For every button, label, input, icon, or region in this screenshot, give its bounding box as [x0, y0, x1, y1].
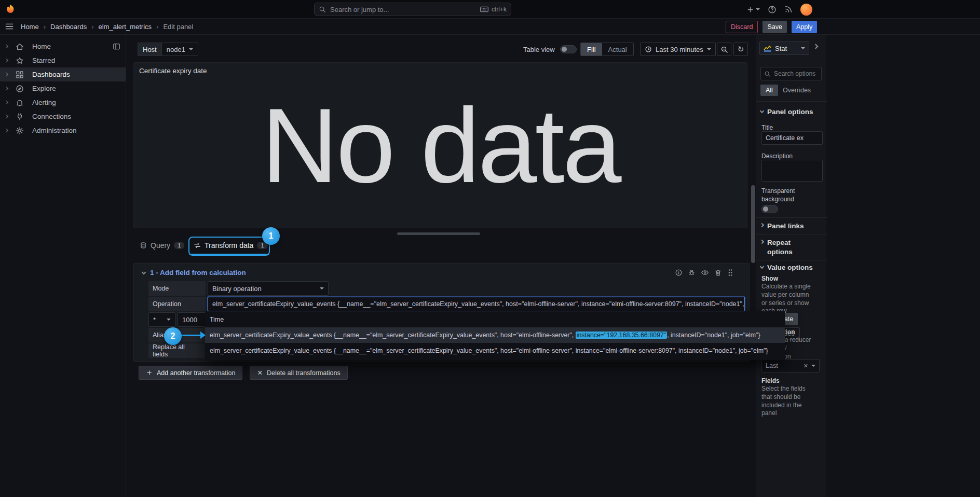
- save-button[interactable]: Save: [763, 21, 787, 33]
- fill-option[interactable]: Fill: [581, 43, 602, 56]
- variable-value-dropdown[interactable]: node1: [161, 43, 198, 56]
- user-avatar[interactable]: [800, 4, 812, 16]
- panel-description-textarea[interactable]: [761, 160, 823, 182]
- mode-select[interactable]: Binary operation: [208, 281, 329, 296]
- visualization-picker[interactable]: Stat: [759, 42, 809, 55]
- hamburger-icon: [5, 23, 13, 30]
- divider: [756, 260, 827, 260]
- trash-icon[interactable]: [714, 269, 722, 277]
- news-icon: [784, 5, 793, 13]
- tab-all[interactable]: All: [760, 85, 778, 96]
- top-nav-actions: [746, 3, 812, 16]
- help-icon: [768, 5, 777, 14]
- refresh-button[interactable]: ↻: [733, 43, 748, 56]
- drag-handle-icon[interactable]: [727, 269, 733, 277]
- top-nav: Search or jump to... ctrl+k: [0, 0, 980, 19]
- annotation-arrowhead-icon: [200, 332, 206, 339]
- options-search-input[interactable]: Search options: [760, 67, 822, 80]
- sidebar-item-label: Starred: [32, 57, 55, 64]
- tab-query[interactable]: Query 1: [140, 236, 184, 255]
- grafana-logo-icon[interactable]: [5, 4, 16, 15]
- replace-all-fields-label: Replace all fields: [148, 343, 206, 358]
- query-count-badge: 1: [174, 242, 184, 249]
- title-label: Title: [761, 124, 773, 131]
- panel-title-input[interactable]: Certificate ex: [761, 131, 823, 145]
- chevron-right-icon: [5, 59, 8, 62]
- home-icon: [16, 43, 24, 51]
- calculation-select[interactable]: Last ✕: [761, 359, 820, 372]
- section-panel-links[interactable]: Panel links: [760, 222, 804, 231]
- operator-select[interactable]: *: [148, 312, 175, 327]
- info-icon[interactable]: [675, 269, 683, 277]
- divider: [756, 217, 827, 218]
- sidebar-item-connections[interactable]: Connections: [0, 109, 126, 123]
- operation-operand-combobox[interactable]: elm_server_certificateExpiry_value_event…: [208, 297, 745, 311]
- chevron-down-icon: [760, 109, 764, 113]
- menu-toggle-button[interactable]: [5, 23, 13, 30]
- options-filter-tabs: All Overrides: [760, 85, 811, 96]
- search-placeholder: Search or jump to...: [330, 6, 476, 13]
- collapse-chevron-icon: [142, 270, 146, 274]
- dock-menu-icon[interactable]: [113, 43, 120, 50]
- transformation-header[interactable]: 1 - Add field from calculation: [134, 264, 749, 281]
- option-series-1[interactable]: elm_server_certificateExpiry_value_event…: [205, 327, 785, 343]
- toggle-knob: [763, 206, 768, 212]
- plus-icon: [146, 369, 153, 376]
- actual-option[interactable]: Actual: [602, 43, 633, 56]
- option-time[interactable]: Time: [205, 312, 785, 327]
- divider: [756, 101, 827, 102]
- collapse-pane-icon[interactable]: [813, 44, 819, 49]
- option-series-2[interactable]: elm_server_certificateExpiry_value_event…: [205, 343, 785, 358]
- variable-label: Host: [138, 43, 161, 56]
- chevron-down-icon: [167, 319, 171, 321]
- no-data-message: No data: [134, 63, 747, 228]
- sidebar-item-home[interactable]: Home: [0, 39, 126, 53]
- transparent-background-label: Transparent background: [761, 187, 814, 204]
- star-icon: [16, 57, 24, 65]
- add-transformation-button[interactable]: Add another transformation: [139, 366, 242, 380]
- sidebar-item-explore[interactable]: Explore: [0, 81, 126, 95]
- search-icon: [319, 6, 326, 13]
- discard-button[interactable]: Discard: [726, 21, 758, 33]
- alerting-bell-icon: [16, 99, 24, 107]
- time-range-picker[interactable]: Last 30 minutes: [640, 43, 716, 56]
- panel-resize-handle[interactable]: [397, 232, 480, 235]
- table-view-label: Table view: [523, 46, 555, 53]
- breadcrumb-home[interactable]: Home: [21, 23, 39, 31]
- add-button[interactable]: [746, 3, 760, 16]
- sidebar-item-alerting[interactable]: Alerting: [0, 95, 126, 109]
- help-button[interactable]: [768, 3, 777, 16]
- transparent-background-toggle[interactable]: [761, 205, 778, 213]
- chevron-right-icon: [760, 223, 764, 227]
- news-button[interactable]: [784, 3, 793, 16]
- breadcrumb-dashboards[interactable]: Dashboards: [50, 23, 87, 31]
- zoom-out-button[interactable]: [717, 43, 731, 56]
- breadcrumb-dashboard-name[interactable]: elm_alert_metrics: [98, 23, 152, 31]
- operand-value-input[interactable]: 1000: [178, 312, 206, 327]
- chevron-down-icon: [320, 287, 324, 289]
- sidebar-item-dashboards[interactable]: Dashboards: [0, 67, 126, 81]
- zoom-out-icon: [720, 46, 728, 53]
- chevron-right-icon: [5, 73, 8, 76]
- clear-icon[interactable]: ✕: [804, 363, 808, 369]
- sidebar-item-starred[interactable]: Starred: [0, 53, 126, 67]
- tab-overrides[interactable]: Overrides: [783, 87, 811, 94]
- search-shortcut: ctrl+k: [480, 6, 507, 13]
- show-label: Show: [761, 275, 778, 282]
- annotation-step-2: 2: [164, 327, 182, 345]
- table-view-toggle[interactable]: [560, 45, 577, 53]
- delete-all-transformations-button[interactable]: ✕ Delete all transformations: [250, 366, 347, 380]
- scrollbar-thumb[interactable]: [751, 185, 755, 263]
- section-repeat-options[interactable]: Repeat options: [760, 238, 814, 257]
- section-panel-options[interactable]: Panel options: [760, 107, 813, 117]
- panel-options-pane: Stat Search options All Overrides Panel …: [756, 35, 826, 497]
- debug-icon[interactable]: [688, 269, 696, 277]
- database-icon: [140, 242, 147, 249]
- sidebar-item-administration[interactable]: Administration: [0, 123, 126, 137]
- global-search-input[interactable]: Search or jump to... ctrl+k: [314, 3, 511, 16]
- sidebar-item-label: Alerting: [32, 99, 56, 106]
- section-value-options[interactable]: Value options: [760, 263, 813, 272]
- eye-icon[interactable]: [701, 269, 709, 277]
- connections-plug-icon: [16, 113, 24, 121]
- apply-button[interactable]: Apply: [792, 21, 817, 33]
